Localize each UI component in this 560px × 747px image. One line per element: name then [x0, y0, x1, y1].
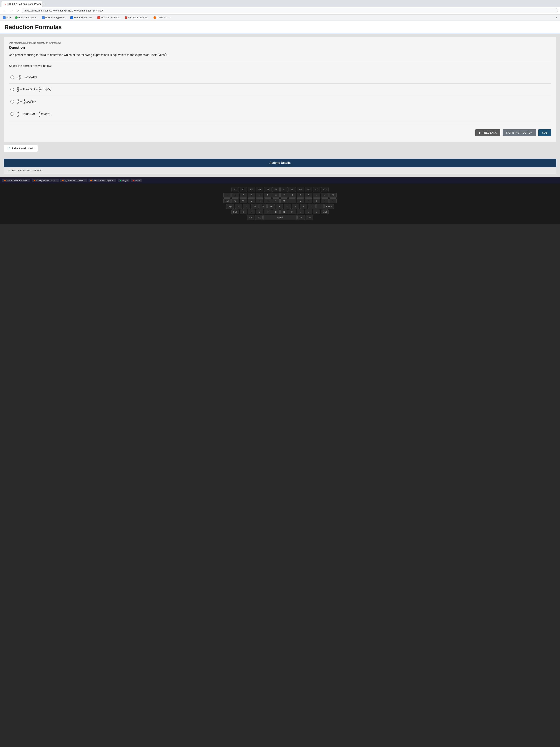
key-j[interactable]: J: [284, 204, 291, 209]
key-backspace[interactable]: ⌫: [329, 193, 337, 198]
key-w[interactable]: W: [240, 199, 247, 203]
key-slash[interactable]: /: [313, 209, 320, 214]
key-1[interactable]: 1: [232, 193, 239, 198]
more-instruction-btn[interactable]: MORE INSTRUCTION: [503, 129, 536, 136]
key-tab[interactable]: Tab: [223, 199, 231, 203]
key-f2[interactable]: F2: [240, 187, 247, 192]
key-f4[interactable]: F4: [256, 187, 263, 192]
key-f[interactable]: F: [259, 204, 267, 209]
key-c[interactable]: C: [256, 209, 263, 214]
key-n[interactable]: N: [281, 209, 288, 214]
key-space[interactable]: Space: [263, 215, 297, 220]
bookmarks-more-btn[interactable]: ›: [555, 16, 559, 20]
radio-b[interactable]: [10, 87, 14, 91]
key-backtick[interactable]: `: [223, 193, 231, 198]
see-what-icon: [125, 16, 127, 19]
bookmark-see-what[interactable]: See What 1920s Ne...: [123, 16, 151, 20]
key-y[interactable]: Y: [272, 199, 279, 203]
submit-btn[interactable]: SUB: [538, 129, 551, 136]
bookmark-research[interactable]: Research/Hypothes...: [41, 16, 68, 20]
key-u[interactable]: U: [281, 199, 288, 203]
feedback-btn[interactable]: ▶ FEEDBACK: [475, 129, 500, 136]
taskbar-item-4[interactable]: Origin: [118, 179, 129, 182]
key-6[interactable]: 6: [272, 193, 279, 198]
key-equals[interactable]: =: [321, 193, 328, 198]
key-q[interactable]: Q: [232, 199, 239, 203]
bookmark-how-to[interactable]: How to Recognize...: [14, 16, 39, 20]
key-m[interactable]: M: [289, 209, 296, 214]
radio-a[interactable]: [10, 75, 14, 79]
key-i[interactable]: I: [289, 199, 296, 203]
reflect-btn[interactable]: 📄 Reflect in ePortfolio: [4, 145, 38, 152]
key-0[interactable]: 0: [305, 193, 312, 198]
key-8[interactable]: 8: [289, 193, 296, 198]
key-f10[interactable]: F10: [305, 187, 312, 192]
taskbar-item-0[interactable]: Alexander Graham Be...: [2, 179, 30, 182]
key-9[interactable]: 9: [297, 193, 304, 198]
key-5[interactable]: 5: [264, 193, 271, 198]
key-x[interactable]: X: [248, 209, 255, 214]
key-period[interactable]: .: [305, 209, 312, 214]
key-s[interactable]: S: [243, 204, 250, 209]
key-d[interactable]: D: [251, 204, 259, 209]
key-ctrl-l[interactable]: Ctrl: [247, 215, 255, 220]
key-comma[interactable]: ,: [297, 209, 304, 214]
bookmark-welcome[interactable]: Welcome to 1940s...: [96, 16, 123, 20]
key-b[interactable]: B: [272, 209, 279, 214]
bookmark-daily-life[interactable]: Daily Life in N: [152, 16, 172, 20]
active-tab[interactable]: ● CH 9.3.2 Half-Angle and Power-R ✕: [1, 1, 42, 7]
key-t[interactable]: T: [264, 199, 271, 203]
key-h[interactable]: H: [275, 204, 283, 209]
key-minus[interactable]: -: [313, 193, 320, 198]
key-o[interactable]: O: [297, 199, 304, 203]
taskbar-item-5[interactable]: Error: [131, 179, 142, 182]
radio-c[interactable]: [10, 100, 14, 104]
key-e[interactable]: E: [248, 199, 255, 203]
key-f6[interactable]: F6: [272, 187, 279, 192]
back-btn[interactable]: ←: [2, 8, 7, 13]
key-2[interactable]: 2: [240, 193, 247, 198]
key-caps[interactable]: Caps: [226, 204, 234, 209]
key-z[interactable]: Z: [240, 209, 247, 214]
key-quote[interactable]: ': [316, 204, 324, 209]
key-ctrl-r[interactable]: Ctrl: [305, 215, 313, 220]
new-tab-btn[interactable]: +: [43, 1, 48, 7]
key-shift-r[interactable]: Shift: [321, 209, 328, 214]
bookmark-apps[interactable]: Apps: [1, 16, 13, 20]
key-backslash[interactable]: \: [329, 199, 337, 203]
forward-btn[interactable]: →: [9, 8, 14, 13]
taskbar-item-1[interactable]: Ashley Kuglar - Marc...: [32, 179, 59, 182]
key-3[interactable]: 3: [248, 193, 255, 198]
key-alt-l[interactable]: Alt: [255, 215, 263, 220]
key-return[interactable]: Return: [324, 204, 334, 209]
taskbar-label-4: Origin: [122, 179, 128, 182]
key-f9[interactable]: F9: [297, 187, 304, 192]
key-bracket-close[interactable]: ]: [321, 199, 328, 203]
reload-btn[interactable]: ↺: [16, 8, 20, 13]
key-f3[interactable]: F3: [248, 187, 255, 192]
key-f12[interactable]: F12: [321, 187, 328, 192]
key-r[interactable]: R: [256, 199, 263, 203]
bookmark-new-york[interactable]: New York from the...: [69, 16, 95, 20]
key-7[interactable]: 7: [281, 193, 288, 198]
key-4[interactable]: 4: [256, 193, 263, 198]
radio-d[interactable]: [10, 112, 14, 116]
key-bracket-open[interactable]: [: [313, 199, 320, 203]
key-f5[interactable]: F5: [264, 187, 271, 192]
key-f7[interactable]: F7: [281, 187, 288, 192]
key-alt-r[interactable]: Alt: [297, 215, 305, 220]
key-f8[interactable]: F8: [289, 187, 296, 192]
taskbar-item-2[interactable]: (4) Warriors on Holid...: [60, 179, 87, 182]
key-l[interactable]: L: [300, 204, 308, 209]
key-semicolon[interactable]: ;: [308, 204, 316, 209]
key-k[interactable]: K: [292, 204, 299, 209]
key-v[interactable]: V: [264, 209, 271, 214]
address-input[interactable]: [22, 8, 558, 14]
taskbar-item-3[interactable]: CH 9.3.2 Half-Angle a...: [88, 179, 116, 182]
key-g[interactable]: G: [267, 204, 275, 209]
key-f11[interactable]: F11: [313, 187, 320, 192]
key-p[interactable]: P: [305, 199, 312, 203]
key-f1[interactable]: F1: [232, 187, 239, 192]
key-shift-l[interactable]: Shift: [232, 209, 239, 214]
key-a[interactable]: A: [235, 204, 242, 209]
